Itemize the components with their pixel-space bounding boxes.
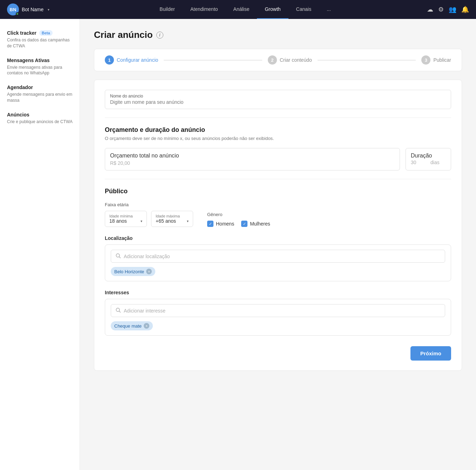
gender-mulheres[interactable]: ✓ Mulheres: [241, 221, 270, 227]
location-search-row: [111, 250, 445, 263]
sidebar-item-anuncios-desc: Crie e publique anúncios de CTWA: [7, 119, 73, 125]
max-age-select[interactable]: Idade máxima +65 anos ▾: [151, 211, 193, 227]
interests-tag-remove[interactable]: ×: [144, 323, 149, 329]
min-age-label: Idade mínima: [109, 214, 142, 218]
sidebar-item-anuncios[interactable]: Anúncios Crie e publique anúncios de CTW…: [0, 108, 80, 129]
interests-title: Interesses: [105, 290, 451, 295]
interests-tags: Cheque mate ×: [111, 321, 445, 330]
interests-search-input[interactable]: [124, 308, 441, 314]
duration-inner: dias: [411, 160, 446, 165]
location-tag-belo-horizonte: Belo Horizonte ×: [111, 267, 155, 276]
location-section: Localização: [105, 235, 451, 281]
interests-search-icon: [115, 307, 121, 314]
checkbox-mulheres: ✓: [241, 221, 247, 227]
publico-title: Público: [105, 188, 451, 195]
ad-name-group: Nome do anúncio: [105, 90, 451, 109]
top-nav: BN Bot Name ▾ Builder Atendimento Anális…: [0, 0, 476, 19]
max-age-chevron-icon: ▾: [187, 219, 189, 223]
min-age-value: 18 anos: [109, 218, 127, 224]
budget-row: Orçamento total no anúncio R$ 20,00 Dura…: [105, 148, 451, 170]
main-content: Criar anúncio i 1 Configurar anúncio 2 C…: [80, 19, 476, 470]
age-group: Faixa etária Idade mínima 18 anos ▾ Idad: [105, 202, 193, 227]
logo-circle: BN: [7, 4, 19, 15]
footer-row: Próximo: [105, 346, 451, 361]
nav-right-icons: ☁ ⚙ 👥 🔔: [427, 6, 469, 13]
gender-homens-label: Homens: [216, 221, 234, 227]
info-icon[interactable]: i: [156, 32, 163, 39]
sidebar-item-click-tracker[interactable]: Click tracker Beta Confira os dados das …: [0, 26, 80, 53]
checkbox-homens: ✓: [207, 221, 213, 227]
interests-search-outer: Cheque mate ×: [105, 299, 451, 336]
svg-line-1: [119, 257, 121, 258]
nav-links: Builder Atendimento Análise Growth Canai…: [63, 0, 427, 19]
divider-1: [105, 118, 451, 118]
sidebar-item-mensagens-ativas-desc: Envie mensagens ativas para contatos no …: [7, 65, 73, 76]
logo-area[interactable]: BN Bot Name ▾: [7, 4, 49, 15]
step-2-circle: 2: [268, 55, 277, 65]
location-tags: Belo Horizonte ×: [111, 267, 445, 276]
step-2: 2 Criar conteúdo: [268, 55, 312, 65]
nav-more[interactable]: ...: [319, 0, 339, 19]
age-label: Faixa etária: [105, 202, 193, 207]
nav-canais[interactable]: Canais: [288, 0, 319, 19]
ad-name-input[interactable]: [110, 99, 446, 105]
nav-analise[interactable]: Análise: [226, 0, 257, 19]
min-age-select[interactable]: Idade mínima 18 anos ▾: [105, 211, 147, 227]
page-title-row: Criar anúncio i: [94, 29, 462, 40]
sidebar-item-agendador[interactable]: Agendador Agende mensagens para envio em…: [0, 80, 80, 108]
min-age-chevron-icon: ▾: [141, 219, 142, 223]
ad-name-label: Nome do anúncio: [110, 94, 446, 99]
gear-icon[interactable]: ⚙: [438, 6, 444, 13]
chevron-down-icon: ▾: [48, 8, 49, 12]
stepper: 1 Configurar anúncio 2 Criar conteúdo 3 …: [94, 49, 462, 71]
location-tag-remove[interactable]: ×: [146, 269, 152, 274]
sidebar-item-click-tracker-desc: Confira os dados das campanhas de CTWA: [7, 37, 73, 49]
step-line-2: [318, 60, 416, 60]
sidebar-item-mensagens-ativas[interactable]: Mensagens Ativas Envie mensagens ativas …: [0, 53, 80, 81]
step-2-label: Criar conteúdo: [280, 57, 312, 63]
gender-options: ✓ Homens ✓ Mulheres: [207, 221, 270, 227]
layout: Click tracker Beta Confira os dados das …: [0, 19, 476, 470]
bot-name: Bot Name: [22, 7, 43, 12]
gender-mulheres-label: Mulheres: [250, 221, 270, 227]
page-title: Criar anúncio: [94, 29, 153, 40]
location-search-icon: [115, 253, 121, 260]
duration-unit: dias: [430, 160, 440, 165]
beta-badge: Beta: [39, 30, 53, 36]
sidebar: Click tracker Beta Confira os dados das …: [0, 19, 80, 470]
form-card: Nome do anúncio Orçamento e duração do a…: [94, 80, 462, 371]
bell-icon[interactable]: 🔔: [461, 6, 469, 13]
duration-input[interactable]: [411, 160, 428, 165]
publico-section: Público Faixa etária Idade mínima 18 ano…: [105, 188, 451, 336]
gender-label: Gênero: [207, 212, 270, 217]
sidebar-item-agendador-desc: Agende mensagens para envio em massa: [7, 92, 73, 103]
step-3-circle: 3: [421, 55, 430, 65]
ad-name-wrapper: Nome do anúncio: [105, 90, 451, 109]
budget-section: Orçamento e duração do anúncio O orçamen…: [105, 126, 451, 170]
step-1-label: Configurar anúncio: [117, 57, 158, 63]
nav-atendimento[interactable]: Atendimento: [183, 0, 226, 19]
team-icon[interactable]: 👥: [449, 6, 456, 13]
cloud-icon[interactable]: ☁: [427, 6, 433, 13]
budget-box: Orçamento total no anúncio R$ 20,00: [105, 148, 400, 170]
svg-line-3: [119, 311, 121, 313]
location-search-input[interactable]: [124, 254, 441, 259]
budget-title: Orçamento e duração do anúncio: [105, 126, 451, 134]
step-3-label: Publicar: [433, 57, 451, 63]
nav-growth[interactable]: Growth: [257, 0, 288, 19]
duration-label: Duração: [411, 153, 446, 159]
nav-builder[interactable]: Builder: [152, 0, 183, 19]
budget-value: R$ 20,00: [110, 160, 395, 166]
interests-section: Interesses: [105, 290, 451, 336]
interests-tag-cheque-mate: Cheque mate ×: [111, 321, 153, 330]
next-button[interactable]: Próximo: [410, 346, 451, 361]
duration-box: Duração dias: [406, 148, 451, 170]
step-1: 1 Configurar anúncio: [105, 55, 158, 65]
budget-desc: O orçamento deve ser de no mínimo x, ou …: [105, 136, 451, 141]
gender-homens[interactable]: ✓ Homens: [207, 221, 234, 227]
budget-label: Orçamento total no anúncio: [110, 153, 395, 159]
divider-2: [105, 179, 451, 179]
step-line-1: [164, 60, 262, 60]
step-1-circle: 1: [105, 55, 114, 65]
interests-search-row: [111, 304, 445, 317]
